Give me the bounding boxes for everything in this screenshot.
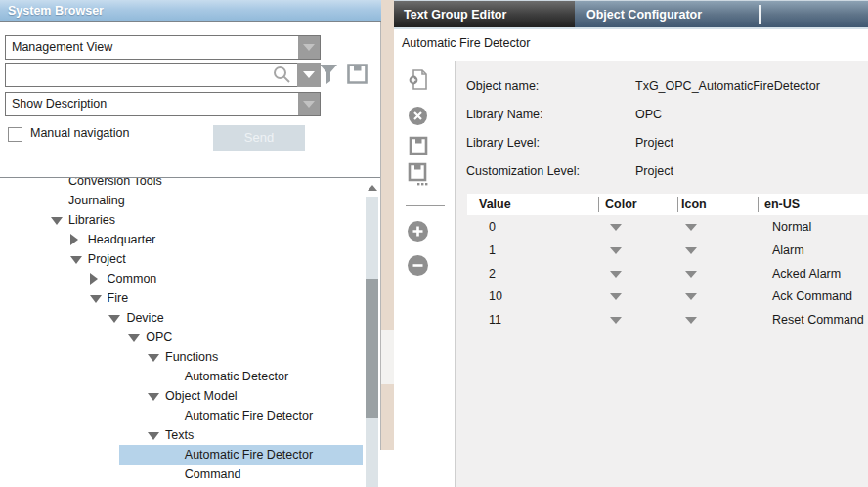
- icon-dropdown-icon[interactable]: [685, 293, 697, 300]
- tree-scrollbar[interactable]: [366, 197, 378, 487]
- cell-enus-text: Acked Alarm: [772, 262, 841, 286]
- search-dropdown-button[interactable]: [297, 63, 321, 87]
- column-header-value[interactable]: Value: [479, 194, 511, 215]
- tree-item-common[interactable]: Common: [0, 269, 363, 288]
- tree-item-headquarter[interactable]: Headquarter: [0, 230, 363, 249]
- table-row[interactable]: 0Normal: [394, 215, 868, 239]
- tree-item-automatic-detector[interactable]: Automatic Detector: [0, 367, 363, 386]
- table-row[interactable]: 10Ack Command: [394, 285, 868, 308]
- expanded-arrow-icon[interactable]: [108, 315, 120, 323]
- send-button[interactable]: Send: [213, 125, 305, 151]
- collapsed-arrow-icon[interactable]: [90, 273, 98, 285]
- cell-enus-text: Ack Command: [772, 285, 852, 308]
- expanded-arrow-icon[interactable]: [51, 217, 63, 225]
- tree-item-automatic-fire-detector[interactable]: Automatic Fire Detector: [0, 445, 363, 465]
- tree-item-label: Journaling: [68, 191, 125, 210]
- description-selector-dropdown-button[interactable]: [298, 93, 320, 115]
- tree-item-functions[interactable]: Functions: [0, 347, 363, 367]
- tree-item-label: Object Model: [165, 386, 238, 406]
- tree-item-label: Automatic Fire Detector: [185, 445, 313, 465]
- color-dropdown-icon[interactable]: [610, 247, 622, 254]
- view-selector[interactable]: Management View: [5, 35, 321, 60]
- panel-splitter[interactable]: [381, 0, 394, 450]
- icon-dropdown-icon[interactable]: [685, 317, 697, 324]
- editor-panel: Text Group Editor Object Configurator Au…: [394, 0, 868, 487]
- application-window: System Browser Management View: [0, 0, 868, 487]
- table-row[interactable]: 11Reset Command: [394, 308, 868, 332]
- splitter-grip[interactable]: [381, 330, 394, 384]
- form-field-label: Customization Level:: [466, 159, 580, 183]
- expanded-arrow-icon[interactable]: [148, 432, 159, 440]
- tree-item-object-model[interactable]: Object Model: [0, 386, 363, 406]
- tab-label: Text Group Editor: [404, 8, 506, 22]
- cell-enus-text: Alarm: [772, 239, 804, 262]
- color-dropdown-icon[interactable]: [610, 293, 622, 300]
- column-header-color[interactable]: Color: [605, 194, 637, 215]
- table-row[interactable]: 2Acked Alarm: [394, 262, 868, 286]
- column-header-icon[interactable]: Icon: [681, 194, 707, 215]
- manual-navigation-checkbox[interactable]: [8, 127, 22, 142]
- tab-object-configurator[interactable]: Object Configurator: [575, 1, 760, 28]
- search-input[interactable]: [5, 63, 298, 87]
- tree-item-libraries[interactable]: Libraries: [0, 210, 363, 230]
- color-dropdown-icon[interactable]: [610, 224, 622, 231]
- description-selector[interactable]: Show Description: [5, 92, 321, 116]
- tree-item-journaling[interactable]: Journaling: [0, 191, 363, 210]
- collapsed-arrow-icon[interactable]: [70, 234, 78, 245]
- description-selector-value: Show Description: [12, 93, 107, 115]
- scrollbar-thumb[interactable]: [366, 279, 378, 418]
- chevron-down-icon: [303, 44, 315, 51]
- cell-value: 0: [489, 215, 496, 239]
- tree-item-opc[interactable]: OPC: [0, 328, 363, 347]
- table-row[interactable]: 1Alarm: [394, 239, 868, 262]
- scrollbar-up-icon[interactable]: [368, 185, 377, 191]
- color-dropdown-icon[interactable]: [610, 271, 622, 278]
- tab-label: Object Configurator: [586, 8, 702, 22]
- icon-dropdown-icon[interactable]: [685, 271, 697, 278]
- expanded-arrow-icon[interactable]: [148, 393, 159, 401]
- tree-item-device[interactable]: Device: [0, 308, 363, 328]
- expanded-arrow-icon[interactable]: [70, 256, 82, 264]
- search-icon: [272, 65, 291, 87]
- form-field-label: Library Level:: [466, 131, 540, 155]
- manual-navigation-label: Manual navigation: [30, 121, 129, 145]
- expanded-arrow-icon[interactable]: [128, 334, 140, 342]
- tree-item-label: Command: [185, 465, 241, 484]
- filter-icon[interactable]: [319, 64, 338, 89]
- tree-item-label: Project: [88, 249, 126, 269]
- tree-item-label: Common: [108, 269, 157, 288]
- system-browser-panel: System Browser Management View: [0, 0, 381, 487]
- tab-text-group-editor[interactable]: Text Group Editor: [394, 1, 575, 28]
- chevron-down-icon: [303, 101, 315, 108]
- color-dropdown-icon[interactable]: [610, 317, 622, 324]
- tree-item-label: Fire: [108, 288, 129, 308]
- expanded-arrow-icon[interactable]: [148, 354, 159, 362]
- tree-item-label: OPC: [146, 328, 172, 347]
- text-group-table: 0Normal1Alarm2Acked Alarm10Ack Command11…: [394, 215, 868, 342]
- tree-item-fire[interactable]: Fire: [0, 288, 363, 308]
- cell-value: 11: [489, 308, 501, 332]
- tree-item-label: Automatic Detector: [185, 367, 288, 386]
- icon-dropdown-icon[interactable]: [685, 247, 697, 254]
- tree-item-label: Functions: [165, 347, 218, 367]
- tree-item-automatic-fire-detector[interactable]: Automatic Fire Detector: [0, 406, 363, 425]
- toolbar-divider: [406, 205, 445, 206]
- tree-item-project[interactable]: Project: [0, 249, 363, 269]
- cell-enus-text: Reset Command: [772, 308, 864, 332]
- cell-value: 2: [489, 262, 496, 286]
- tree-item-texts[interactable]: Texts: [0, 425, 363, 445]
- form-field-label: Object name:: [466, 74, 539, 98]
- form-field-label: Library Name:: [466, 103, 543, 126]
- system-tree: Conversion ToolsJournalingLibrariesHeadq…: [0, 178, 363, 487]
- column-divider: [598, 197, 599, 212]
- view-selector-value: Management View: [12, 36, 112, 59]
- tree-item-conversion-tools[interactable]: Conversion Tools: [0, 178, 363, 191]
- panel-title: System Browser: [0, 0, 381, 22]
- column-divider: [677, 197, 678, 212]
- icon-dropdown-icon[interactable]: [685, 224, 697, 231]
- save-filter-icon[interactable]: [346, 63, 369, 88]
- expanded-arrow-icon[interactable]: [90, 295, 102, 303]
- view-selector-dropdown-button[interactable]: [298, 36, 320, 59]
- tree-item-command[interactable]: Command: [0, 465, 363, 484]
- column-header-enus[interactable]: en-US: [764, 194, 800, 215]
